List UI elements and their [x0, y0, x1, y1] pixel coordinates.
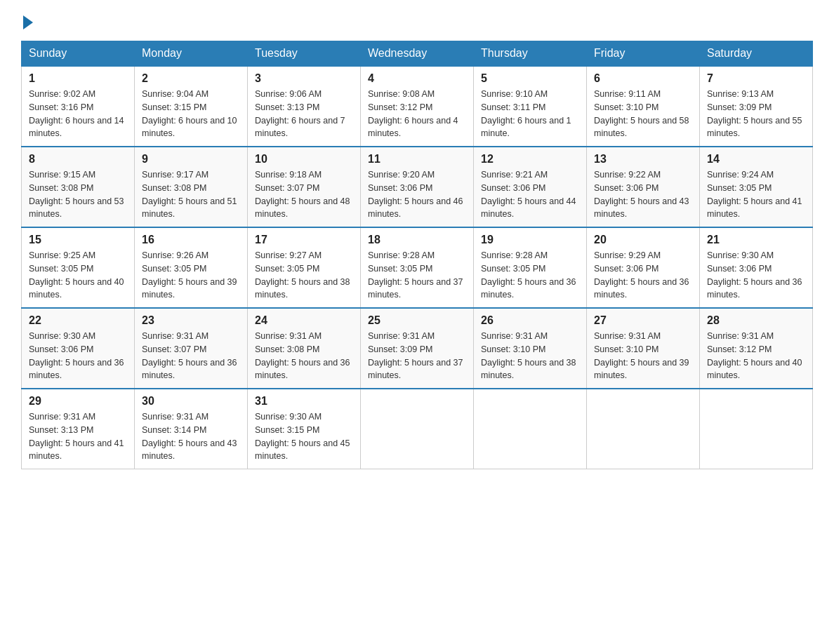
calendar-cell: 12Sunrise: 9:21 AMSunset: 3:06 PMDayligh…	[474, 147, 587, 227]
calendar-cell: 16Sunrise: 9:26 AMSunset: 3:05 PMDayligh…	[135, 227, 248, 308]
calendar-cell: 24Sunrise: 9:31 AMSunset: 3:08 PMDayligh…	[248, 308, 361, 389]
day-number: 29	[29, 395, 127, 408]
day-info: Sunrise: 9:10 AMSunset: 3:11 PMDaylight:…	[481, 88, 579, 140]
day-info: Sunrise: 9:02 AMSunset: 3:16 PMDaylight:…	[29, 88, 127, 140]
day-info: Sunrise: 9:29 AMSunset: 3:06 PMDaylight:…	[594, 249, 692, 302]
day-info: Sunrise: 9:24 AMSunset: 3:05 PMDaylight:…	[707, 168, 805, 221]
day-number: 30	[142, 395, 240, 408]
day-info: Sunrise: 9:20 AMSunset: 3:06 PMDaylight:…	[368, 168, 466, 221]
col-header-tuesday: Tuesday	[248, 41, 361, 67]
day-number: 14	[707, 153, 805, 166]
day-number: 4	[368, 72, 466, 85]
calendar-cell: 11Sunrise: 9:20 AMSunset: 3:06 PMDayligh…	[361, 147, 474, 227]
day-number: 19	[481, 234, 579, 246]
calendar-cell: 25Sunrise: 9:31 AMSunset: 3:09 PMDayligh…	[361, 308, 474, 389]
day-number: 6	[594, 72, 692, 85]
day-number: 12	[481, 153, 579, 166]
col-header-sunday: Sunday	[22, 41, 135, 67]
calendar-cell: 2Sunrise: 9:04 AMSunset: 3:15 PMDaylight…	[135, 66, 248, 147]
calendar-cell	[474, 389, 587, 469]
day-info: Sunrise: 9:04 AMSunset: 3:15 PMDaylight:…	[142, 88, 240, 140]
calendar-cell: 4Sunrise: 9:08 AMSunset: 3:12 PMDaylight…	[361, 66, 474, 147]
page-header	[21, 14, 813, 27]
calendar-cell: 22Sunrise: 9:30 AMSunset: 3:06 PMDayligh…	[22, 308, 135, 389]
day-info: Sunrise: 9:15 AMSunset: 3:08 PMDaylight:…	[29, 168, 127, 221]
calendar-week-row: 22Sunrise: 9:30 AMSunset: 3:06 PMDayligh…	[22, 308, 813, 389]
day-info: Sunrise: 9:31 AMSunset: 3:10 PMDaylight:…	[481, 330, 579, 382]
calendar-cell: 23Sunrise: 9:31 AMSunset: 3:07 PMDayligh…	[135, 308, 248, 389]
day-info: Sunrise: 9:13 AMSunset: 3:09 PMDaylight:…	[707, 88, 805, 140]
calendar-week-row: 29Sunrise: 9:31 AMSunset: 3:13 PMDayligh…	[22, 389, 813, 469]
day-info: Sunrise: 9:21 AMSunset: 3:06 PMDaylight:…	[481, 168, 579, 221]
calendar-cell: 13Sunrise: 9:22 AMSunset: 3:06 PMDayligh…	[587, 147, 700, 227]
day-number: 7	[707, 72, 805, 85]
calendar-week-row: 15Sunrise: 9:25 AMSunset: 3:05 PMDayligh…	[22, 227, 813, 308]
day-number: 22	[29, 314, 127, 327]
day-number: 17	[255, 234, 353, 246]
calendar-cell: 26Sunrise: 9:31 AMSunset: 3:10 PMDayligh…	[474, 308, 587, 389]
day-number: 20	[594, 234, 692, 246]
day-info: Sunrise: 9:31 AMSunset: 3:08 PMDaylight:…	[255, 330, 353, 382]
day-number: 10	[255, 153, 353, 166]
calendar-cell: 15Sunrise: 9:25 AMSunset: 3:05 PMDayligh…	[22, 227, 135, 308]
calendar-cell: 31Sunrise: 9:30 AMSunset: 3:15 PMDayligh…	[248, 389, 361, 469]
day-number: 11	[368, 153, 466, 166]
day-info: Sunrise: 9:31 AMSunset: 3:09 PMDaylight:…	[368, 330, 466, 382]
day-info: Sunrise: 9:31 AMSunset: 3:12 PMDaylight:…	[707, 330, 805, 382]
calendar-cell: 27Sunrise: 9:31 AMSunset: 3:10 PMDayligh…	[587, 308, 700, 389]
day-number: 23	[142, 314, 240, 327]
calendar-cell: 21Sunrise: 9:30 AMSunset: 3:06 PMDayligh…	[700, 227, 813, 308]
day-number: 9	[142, 153, 240, 166]
day-number: 26	[481, 314, 579, 327]
calendar-cell: 1Sunrise: 9:02 AMSunset: 3:16 PMDaylight…	[22, 66, 135, 147]
day-info: Sunrise: 9:22 AMSunset: 3:06 PMDaylight:…	[594, 168, 692, 221]
day-info: Sunrise: 9:30 AMSunset: 3:06 PMDaylight:…	[29, 330, 127, 382]
day-info: Sunrise: 9:28 AMSunset: 3:05 PMDaylight:…	[368, 249, 466, 302]
col-header-friday: Friday	[587, 41, 700, 67]
calendar-cell: 9Sunrise: 9:17 AMSunset: 3:08 PMDaylight…	[135, 147, 248, 227]
day-number: 13	[594, 153, 692, 166]
day-number: 2	[142, 72, 240, 85]
calendar-cell: 28Sunrise: 9:31 AMSunset: 3:12 PMDayligh…	[700, 308, 813, 389]
calendar-cell: 19Sunrise: 9:28 AMSunset: 3:05 PMDayligh…	[474, 227, 587, 308]
day-number: 28	[707, 314, 805, 327]
col-header-monday: Monday	[135, 41, 248, 67]
day-number: 18	[368, 234, 466, 246]
col-header-thursday: Thursday	[474, 41, 587, 67]
logo	[21, 14, 33, 27]
day-info: Sunrise: 9:31 AMSunset: 3:13 PMDaylight:…	[29, 410, 127, 463]
day-info: Sunrise: 9:30 AMSunset: 3:06 PMDaylight:…	[707, 249, 805, 302]
day-number: 1	[29, 72, 127, 85]
col-header-saturday: Saturday	[700, 41, 813, 67]
day-number: 16	[142, 234, 240, 246]
calendar-cell: 29Sunrise: 9:31 AMSunset: 3:13 PMDayligh…	[22, 389, 135, 469]
day-number: 8	[29, 153, 127, 166]
day-number: 5	[481, 72, 579, 85]
day-info: Sunrise: 9:27 AMSunset: 3:05 PMDaylight:…	[255, 249, 353, 302]
calendar-week-row: 8Sunrise: 9:15 AMSunset: 3:08 PMDaylight…	[22, 147, 813, 227]
day-number: 31	[255, 395, 353, 408]
calendar-cell: 17Sunrise: 9:27 AMSunset: 3:05 PMDayligh…	[248, 227, 361, 308]
calendar-week-row: 1Sunrise: 9:02 AMSunset: 3:16 PMDaylight…	[22, 66, 813, 147]
day-info: Sunrise: 9:30 AMSunset: 3:15 PMDaylight:…	[255, 410, 353, 463]
day-info: Sunrise: 9:11 AMSunset: 3:10 PMDaylight:…	[594, 88, 692, 140]
col-header-wednesday: Wednesday	[361, 41, 474, 67]
day-info: Sunrise: 9:28 AMSunset: 3:05 PMDaylight:…	[481, 249, 579, 302]
calendar-cell: 5Sunrise: 9:10 AMSunset: 3:11 PMDaylight…	[474, 66, 587, 147]
logo-arrow-icon	[23, 15, 33, 29]
day-info: Sunrise: 9:25 AMSunset: 3:05 PMDaylight:…	[29, 249, 127, 302]
day-info: Sunrise: 9:31 AMSunset: 3:07 PMDaylight:…	[142, 330, 240, 382]
day-info: Sunrise: 9:06 AMSunset: 3:13 PMDaylight:…	[255, 88, 353, 140]
calendar-cell: 3Sunrise: 9:06 AMSunset: 3:13 PMDaylight…	[248, 66, 361, 147]
day-number: 3	[255, 72, 353, 85]
calendar-table: SundayMondayTuesdayWednesdayThursdayFrid…	[21, 41, 813, 469]
day-info: Sunrise: 9:18 AMSunset: 3:07 PMDaylight:…	[255, 168, 353, 221]
calendar-cell: 8Sunrise: 9:15 AMSunset: 3:08 PMDaylight…	[22, 147, 135, 227]
calendar-cell: 30Sunrise: 9:31 AMSunset: 3:14 PMDayligh…	[135, 389, 248, 469]
day-info: Sunrise: 9:17 AMSunset: 3:08 PMDaylight:…	[142, 168, 240, 221]
day-number: 15	[29, 234, 127, 246]
calendar-cell: 14Sunrise: 9:24 AMSunset: 3:05 PMDayligh…	[700, 147, 813, 227]
calendar-cell	[361, 389, 474, 469]
calendar-cell: 18Sunrise: 9:28 AMSunset: 3:05 PMDayligh…	[361, 227, 474, 308]
calendar-cell: 7Sunrise: 9:13 AMSunset: 3:09 PMDaylight…	[700, 66, 813, 147]
